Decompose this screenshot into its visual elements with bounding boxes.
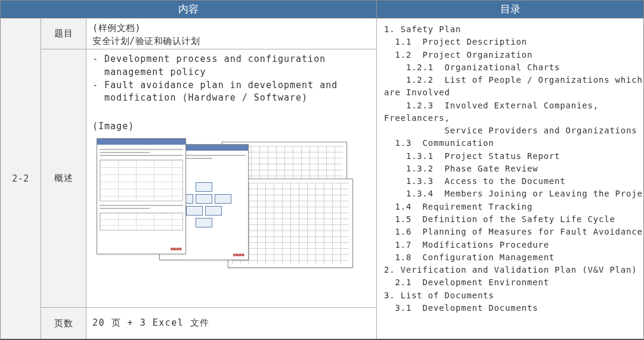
toc-line: 1.3.2 Phase Gate Review xyxy=(384,163,637,175)
toc-line: are Involved xyxy=(384,86,637,99)
toc-line: 1.8 Configuration Management xyxy=(384,251,637,264)
table-header: 内容 目录 xyxy=(1,1,643,18)
pages-row: 页数 20 页 + 3 Excel 文件 xyxy=(41,308,376,339)
title-line1: (样例文档) xyxy=(92,22,370,35)
toc-line: Freelancers, xyxy=(384,112,637,124)
label-pages: 页数 xyxy=(41,308,86,339)
main-table: 内容 目录 2-2 题目 (样例文档) 安全计划/验证和确认计划 概述 - De… xyxy=(0,0,644,340)
toc-column: 1. Safety Plan 1.1 Project Description 1… xyxy=(377,18,643,339)
toc-line: 1.4 Requirement Tracking xyxy=(384,201,637,213)
toc-line: 1.6 Planning of Measures for Fault Avoid… xyxy=(384,226,637,238)
toc-line: 2.1 Development Environment xyxy=(384,276,637,289)
overview-row: 概述 - Development process and configurati… xyxy=(41,49,376,308)
toc-line: 1.3.3 Access to the Document xyxy=(384,175,637,188)
document-thumbnails: ■■■■ ■■■■ xyxy=(94,137,350,268)
toc-line: 1.2 Project Organization xyxy=(384,49,637,61)
table-body: 2-2 题目 (样例文档) 安全计划/验证和确认计划 概述 - Developm… xyxy=(1,18,643,339)
overview-line: - Development process and configuration xyxy=(92,53,370,66)
toc-line: 2. Verification and Validation Plan (V&V… xyxy=(384,264,637,276)
toc-line: Service Providers and Organizations xyxy=(384,124,637,137)
thumbnail-doc-table: ■■■■ xyxy=(97,138,186,254)
toc-line: 1.1 Project Description xyxy=(384,36,637,48)
header-toc: 目录 xyxy=(377,1,643,18)
toc-line: 1.3.1 Project Status Report xyxy=(384,150,637,163)
toc-line: 1.2.3 Involved External Companies, xyxy=(384,99,637,112)
title-line2: 安全计划/验证和确认计划 xyxy=(92,35,370,48)
pages-content: 20 页 + 3 Excel 文件 xyxy=(86,308,376,339)
header-content: 内容 xyxy=(1,1,377,18)
row-id: 2-2 xyxy=(1,18,41,339)
content-column: 题目 (样例文档) 安全计划/验证和确认计划 概述 - Development … xyxy=(41,18,377,339)
toc-line: 1.2.1 Organizational Charts xyxy=(384,61,637,74)
label-overview: 概述 xyxy=(41,49,86,307)
toc-line: 1. Safety Plan xyxy=(384,23,637,36)
label-title: 题目 xyxy=(41,18,86,49)
toc-line: 1.7 Modifications Procedure xyxy=(384,239,637,251)
toc-line: 1.5 Definition of the Safety Life Cycle xyxy=(384,213,637,226)
toc-line: 1.2.2 List of People / Organizations whi… xyxy=(384,74,637,86)
title-content: (样例文档) 安全计划/验证和确认计划 xyxy=(86,18,376,49)
toc-line: 1.3 Communication xyxy=(384,137,637,149)
image-label: (Image) xyxy=(92,120,370,133)
toc-line: 1.3.4 Members Joining or Leaving the Pro… xyxy=(384,188,637,200)
overview-content: - Development process and configuration … xyxy=(86,49,376,307)
overview-line: management policy xyxy=(92,66,370,79)
overview-text: - Development process and configuration … xyxy=(92,53,370,105)
overview-line: modification (Hardware / Software) xyxy=(92,92,370,105)
title-row: 题目 (样例文档) 安全计划/验证和确认计划 xyxy=(41,18,376,49)
toc-line: 3.1 Development Documents xyxy=(384,302,637,314)
overview-line: - Fault avoidance plan in development an… xyxy=(92,79,370,92)
toc-line: 3. List of Documents xyxy=(384,289,637,302)
